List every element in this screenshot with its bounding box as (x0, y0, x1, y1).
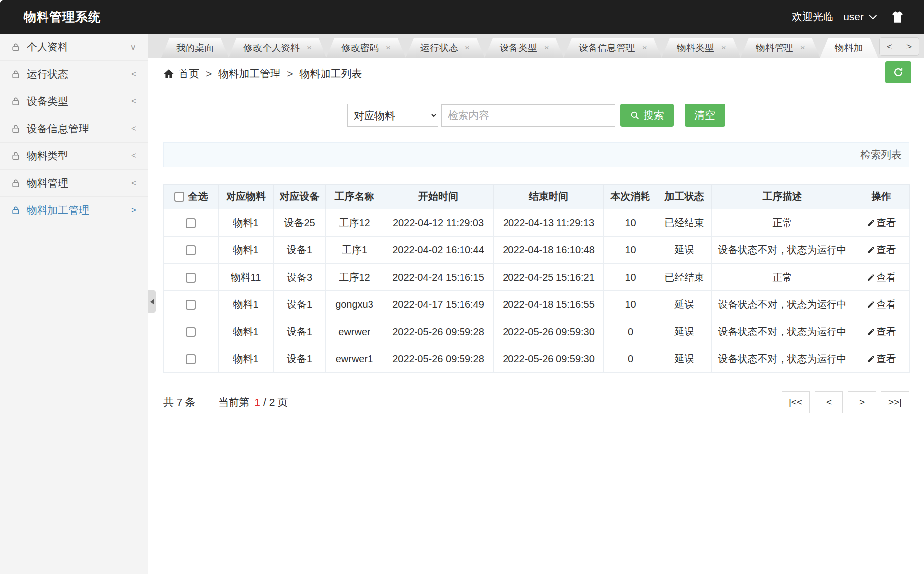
cell-device: 设备1 (274, 291, 326, 318)
chevron-right-icon: > (131, 205, 136, 215)
current-page-text: 当前第1/ 2 页 (218, 395, 288, 409)
close-icon[interactable]: × (307, 43, 312, 53)
tab-device-type[interactable]: 设备类型 × (485, 38, 564, 58)
column-header: 结束时间 (494, 185, 604, 209)
tab-my-desktop[interactable]: 我的桌面 (161, 38, 229, 58)
pencil-icon (867, 219, 875, 227)
row-checkbox[interactable] (186, 218, 196, 228)
search-button-label: 搜索 (644, 108, 664, 122)
total-count: 共 7 条 (163, 395, 195, 409)
tab-material-mgmt[interactable]: 物料管理 × (741, 38, 820, 58)
search-input[interactable] (441, 104, 615, 127)
cell-description: 设备状态不对，状态为运行中 (712, 318, 853, 345)
clear-button[interactable]: 清空 (685, 104, 725, 127)
refresh-button[interactable] (885, 61, 911, 83)
tab-device-info[interactable]: 设备信息管理 × (564, 38, 662, 58)
column-header: 操作 (853, 185, 910, 209)
sidebar-item-material-mgmt[interactable]: 物料管理 < (0, 170, 148, 197)
tab-material-processing[interactable]: 物料加 (820, 38, 878, 58)
close-icon[interactable]: × (721, 43, 726, 53)
column-header: 工序描述 (712, 185, 853, 209)
current-page-number: 1 (254, 396, 260, 408)
tab-label: 运行状态 (420, 42, 458, 54)
sidebar-collapse-handle[interactable] (148, 290, 156, 313)
sidebar-item-label: 设备类型 (27, 95, 68, 108)
row-checkbox[interactable] (186, 354, 196, 364)
chevron-down-icon[interactable] (869, 11, 877, 19)
sidebar-item-label: 个人资料 (27, 40, 68, 54)
sidebar-item-profile[interactable]: 个人资料 ∨ (0, 34, 148, 61)
cell-material: 物料1 (219, 209, 274, 237)
cell-end-time: 2022-05-26 09:59:30 (494, 345, 604, 373)
app-title: 物料管理系统 (24, 9, 101, 25)
sidebar-item-label: 运行状态 (27, 67, 68, 81)
prev-page-button[interactable]: < (815, 391, 843, 413)
cell-process: 工序12 (326, 209, 383, 237)
last-page-button[interactable]: >>| (881, 391, 909, 413)
view-link[interactable]: 查看 (867, 298, 896, 311)
cell-description: 设备状态不对，状态为运行中 (712, 345, 853, 373)
cell-device: 设备1 (274, 318, 326, 345)
cell-start-time: 2022-04-02 16:10:44 (383, 237, 494, 264)
column-header: 对应设备 (274, 185, 326, 209)
row-checkbox[interactable] (186, 245, 196, 255)
tab-run-status[interactable]: 运行状态 × (406, 38, 485, 58)
home-icon[interactable] (163, 68, 174, 79)
next-page-button[interactable]: > (848, 391, 876, 413)
sidebar-item-material-type[interactable]: 物料类型 < (0, 143, 148, 170)
view-link[interactable]: 查看 (867, 325, 896, 338)
cell-consumption: 10 (604, 264, 657, 291)
view-link[interactable]: 查看 (867, 243, 896, 257)
row-checkbox[interactable] (186, 327, 196, 337)
search-field-select[interactable]: 对应物料 (347, 104, 438, 127)
tab-label: 物料管理 (756, 42, 793, 54)
sidebar-item-device-info[interactable]: 设备信息管理 < (0, 115, 148, 143)
tab-edit-profile[interactable]: 修改个人资料 × (229, 38, 326, 58)
table-row: 物料1 设备1 ewrwer1 2022-05-26 09:59:28 2022… (164, 345, 910, 373)
search-button[interactable]: 搜索 (620, 104, 674, 127)
sidebar-item-device-type[interactable]: 设备类型 < (0, 88, 148, 115)
close-icon[interactable]: × (465, 43, 470, 53)
table-row: 物料11 设备3 工序12 2022-04-24 15:16:15 2022-0… (164, 264, 910, 291)
view-link[interactable]: 查看 (867, 352, 896, 366)
breadcrumb-level1[interactable]: 物料加工管理 (218, 67, 280, 81)
cell-status: 已经结束 (657, 209, 712, 237)
cell-consumption: 10 (604, 237, 657, 264)
view-link[interactable]: 查看 (867, 271, 896, 284)
sidebar-item-run-status[interactable]: 运行状态 < (0, 61, 148, 88)
cell-status: 延误 (657, 318, 712, 345)
user-menu[interactable]: user (843, 11, 864, 23)
tab-scroll-right-icon[interactable]: > (903, 41, 915, 52)
tab-material-type[interactable]: 物料类型 × (662, 38, 741, 58)
breadcrumb-separator: > (287, 68, 293, 80)
first-page-button[interactable]: |<< (782, 391, 810, 413)
cell-end-time: 2022-04-13 11:29:13 (494, 209, 604, 237)
close-icon[interactable]: × (386, 43, 391, 53)
breadcrumb-home[interactable]: 首页 (179, 67, 199, 81)
column-header: 工序名称 (326, 185, 383, 209)
search-toolbar: 对应物料 搜索 清空 (148, 104, 924, 127)
cell-material: 物料1 (219, 345, 274, 373)
row-checkbox[interactable] (186, 273, 196, 283)
chevron-down-icon: ∨ (130, 42, 136, 52)
theme-tshirt-icon[interactable] (891, 10, 904, 24)
close-icon[interactable]: × (544, 43, 549, 53)
view-link[interactable]: 查看 (867, 216, 896, 230)
row-checkbox[interactable] (186, 300, 196, 310)
cell-material: 物料1 (219, 318, 274, 345)
cell-process: ewrwer1 (326, 345, 383, 373)
breadcrumb-separator: > (206, 68, 212, 80)
tab-scroll-left-icon[interactable]: < (884, 41, 895, 52)
cell-description: 设备状态不对，状态为运行中 (712, 237, 853, 264)
column-header: 本次消耗 (604, 185, 657, 209)
tab-change-password[interactable]: 修改密码 × (326, 38, 406, 58)
pencil-icon (867, 328, 875, 336)
tab-label: 物料加 (835, 42, 863, 54)
sidebar-item-label: 物料类型 (27, 149, 68, 163)
sidebar-item-material-processing[interactable]: 物料加工管理 > (0, 197, 148, 224)
close-icon[interactable]: × (642, 43, 647, 53)
close-icon[interactable]: × (800, 43, 805, 53)
lock-icon (11, 42, 21, 52)
tab-strip: 我的桌面 修改个人资料 × 修改密码 × 运行状态 × 设备类型 × 设备信息管… (148, 34, 924, 58)
select-all-checkbox[interactable] (174, 192, 184, 202)
